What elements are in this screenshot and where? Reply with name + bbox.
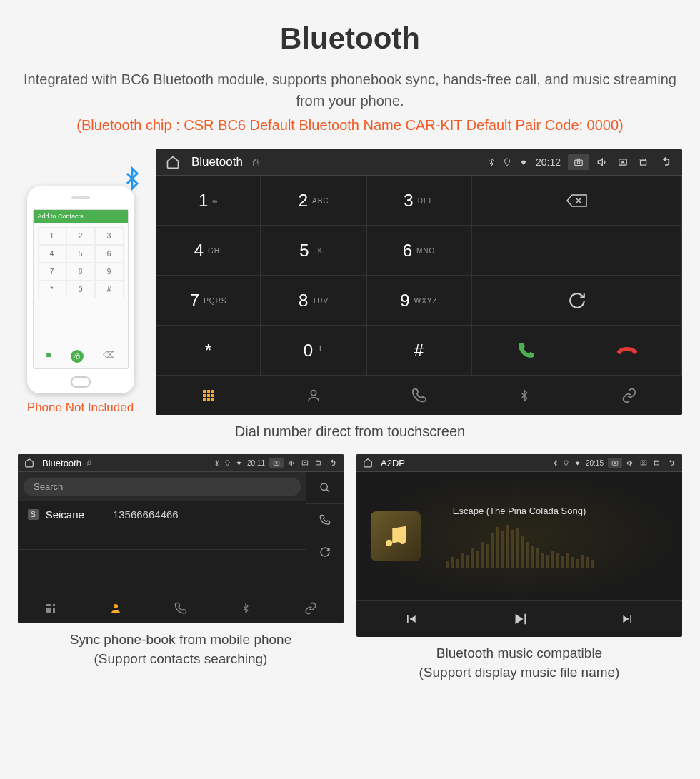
key-1[interactable]: 1∞: [156, 176, 261, 226]
music-caption: Bluetooth music compatible(Support displ…: [356, 644, 682, 682]
back-icon[interactable]: [665, 459, 676, 467]
camera-icon[interactable]: [269, 458, 284, 468]
next-track-button[interactable]: [574, 601, 682, 637]
phone-speaker: [71, 196, 90, 199]
recent-apps-icon[interactable]: [636, 157, 649, 167]
key-5[interactable]: 5JKL: [261, 226, 366, 276]
svg-point-10: [114, 604, 118, 608]
hangup-button[interactable]: [579, 343, 676, 358]
key-6[interactable]: 6MNO: [366, 226, 471, 276]
contact-list[interactable]: S Seicane 13566664466: [18, 501, 306, 593]
phone-keypad: 1 2 3 4 5 6 7 8 9 * 0 #: [34, 223, 128, 303]
bluetooth-specs: (Bluetooth chip : CSR BC6 Default Blueto…: [18, 117, 682, 134]
key-9[interactable]: 9WXYZ: [366, 276, 471, 326]
call-contact-icon[interactable]: [306, 504, 344, 536]
key-2[interactable]: 2ABC: [261, 176, 366, 226]
close-screen-icon[interactable]: [616, 157, 629, 167]
usb-icon: ⎙: [253, 156, 259, 168]
play-pause-button[interactable]: [465, 601, 574, 637]
tab-contacts[interactable]: [83, 593, 148, 623]
contact-side-actions: [306, 472, 344, 593]
music-screen: A2DP 20:15 Escape (The Pina Colada: [356, 454, 682, 637]
svg-rect-11: [612, 461, 618, 465]
prev-track-button[interactable]: [356, 601, 465, 637]
call-button[interactable]: [478, 341, 574, 360]
key-3[interactable]: 3DEF: [366, 176, 471, 226]
search-input[interactable]: Search: [24, 478, 301, 496]
camera-icon[interactable]: [608, 458, 622, 468]
svg-rect-0: [575, 160, 583, 166]
volume-icon[interactable]: [626, 459, 635, 467]
search-icon[interactable]: [306, 472, 344, 504]
tab-pair[interactable]: [279, 593, 344, 623]
dialer-caption: Dial number direct from touchscreen: [18, 423, 682, 440]
svg-rect-8: [316, 461, 321, 465]
wifi-icon: [519, 158, 529, 166]
close-screen-icon[interactable]: [301, 459, 309, 466]
phone-mockup-column: Add to Contacts 1 2 3 4 5 6 7 8 9 * 0 #: [18, 186, 143, 415]
location-icon: [224, 459, 231, 467]
home-icon[interactable]: [362, 457, 374, 468]
phone-mockup: Add to Contacts 1 2 3 4 5 6 7 8 9 * 0 #: [27, 186, 134, 393]
location-icon: [563, 459, 569, 467]
usb-icon: ⎙: [87, 459, 91, 467]
key-7[interactable]: 7PQRS: [156, 276, 261, 326]
key-0[interactable]: 0+: [261, 326, 366, 376]
sync-icon[interactable]: [306, 536, 344, 568]
wifi-icon: [574, 460, 581, 466]
phone-key: #: [95, 281, 124, 298]
home-icon[interactable]: [24, 457, 35, 468]
phone-key: *: [38, 281, 66, 298]
key-blank-1: [471, 226, 682, 276]
phone-key: 2: [66, 227, 95, 245]
tab-bluetooth[interactable]: [471, 376, 576, 415]
close-screen-icon[interactable]: [639, 459, 648, 466]
phone-key: 5: [66, 245, 95, 263]
keypad-icon: [203, 390, 214, 401]
statusbar-title: Bluetooth: [42, 458, 81, 468]
keypad-icon: [46, 604, 55, 613]
volume-icon[interactable]: [596, 156, 609, 168]
dialer-tabs: [156, 376, 682, 415]
volume-icon[interactable]: [288, 459, 296, 467]
phone-key: 0: [66, 281, 95, 298]
back-icon[interactable]: [656, 156, 674, 168]
recent-apps-icon[interactable]: [314, 459, 322, 466]
phone-key: 1: [38, 227, 66, 245]
svg-point-4: [311, 391, 316, 396]
contact-row-empty: [18, 528, 306, 550]
tab-history[interactable]: [366, 376, 471, 415]
recent-apps-icon[interactable]: [652, 459, 661, 466]
phone-home-button: [71, 376, 91, 388]
redial-button[interactable]: [471, 276, 682, 326]
statusbar-time: 20:12: [536, 156, 561, 168]
dialer-keypad: 1∞ 2ABC 3DEF 4GHI 5JKL 6MNO 7PQRS 8TUV 9…: [156, 176, 682, 376]
bluetooth-status-icon: [214, 459, 220, 467]
key-4[interactable]: 4GHI: [156, 226, 261, 276]
phone-footer: ■ ✆ ⌫: [34, 347, 128, 366]
tab-bluetooth[interactable]: [214, 593, 279, 623]
tab-pair[interactable]: [577, 376, 682, 415]
tab-history[interactable]: [148, 593, 213, 623]
statusbar-time: 20:15: [586, 459, 604, 467]
key-8[interactable]: 8TUV: [261, 276, 366, 326]
back-icon[interactable]: [326, 459, 338, 467]
phone-contacts-bar: Add to Contacts: [34, 210, 128, 223]
contact-initial-badge: S: [28, 509, 39, 520]
phone-caption: Phone Not Included: [27, 401, 134, 415]
camera-icon[interactable]: [568, 154, 589, 170]
key-hash[interactable]: #: [366, 326, 471, 376]
svg-point-12: [614, 462, 616, 464]
bluetooth-status-icon: [552, 459, 559, 467]
contacts-caption: Sync phone-book from mobile phone(Suppor…: [18, 630, 344, 668]
music-body: Escape (The Pina Colada Song): [356, 472, 682, 600]
contact-row[interactable]: S Seicane 13566664466: [18, 501, 306, 528]
backspace-button[interactable]: [471, 176, 682, 226]
phone-screen: Add to Contacts 1 2 3 4 5 6 7 8 9 * 0 #: [33, 209, 129, 369]
tab-contacts[interactable]: [261, 376, 366, 415]
home-icon[interactable]: [164, 154, 181, 171]
page-title: Bluetooth: [18, 21, 682, 56]
key-star[interactable]: *: [156, 326, 261, 376]
tab-keypad[interactable]: [156, 376, 261, 415]
tab-keypad[interactable]: [18, 593, 83, 623]
